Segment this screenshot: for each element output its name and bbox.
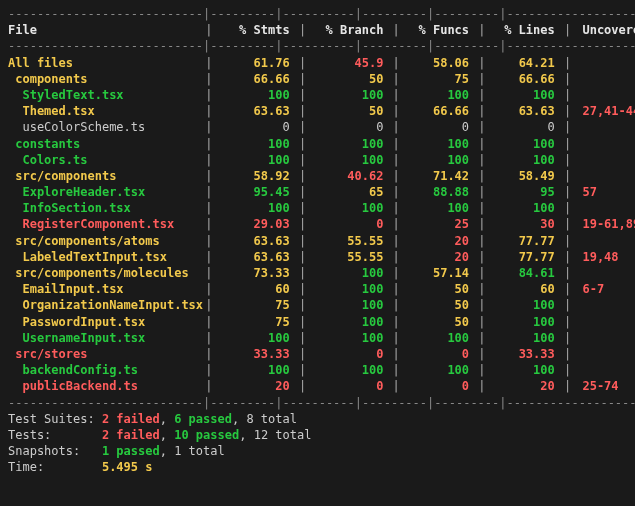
funcs-value: 100 (407, 200, 471, 216)
funcs-value: 100 (407, 152, 471, 168)
tests-passed: 10 passed (174, 428, 239, 442)
lines-value: 77.77 (493, 249, 557, 265)
lines-value: 63.63 (493, 103, 557, 119)
file-name: All files (8, 55, 198, 71)
summary-line: Test Suites: 2 failed, 6 passed, 8 total (8, 411, 627, 427)
branch-value: 100 (313, 265, 385, 281)
funcs-value: 100 (407, 362, 471, 378)
lines-value: 60 (493, 281, 557, 297)
stmts-value: 100 (220, 87, 292, 103)
table-row: Themed.tsx | 63.63 | 50 | 66.66 | 63.63 … (8, 103, 627, 119)
file-name: backendConfig.ts (8, 362, 198, 378)
stmts-value: 60 (220, 281, 292, 297)
file-name: Themed.tsx (8, 103, 198, 119)
header-lines: % Lines (493, 22, 557, 38)
table-row: backendConfig.ts | 100 | 100 | 100 | 100… (8, 362, 627, 378)
header-uncovered: Uncovered Line #s (578, 22, 635, 38)
file-name: OrganizationNameInput.tsx (8, 297, 198, 313)
file-name: InfoSection.tsx (8, 200, 198, 216)
table-row: OrganizationNameInput.tsx | 75 | 100 | 5… (8, 297, 627, 313)
branch-value: 0 (313, 346, 385, 362)
table-row: components | 66.66 | 50 | 75 | 66.66 | (8, 71, 627, 87)
snapshots-total: 1 total (174, 444, 225, 458)
funcs-value: 50 (407, 281, 471, 297)
time-value: 5.495 s (102, 460, 153, 474)
branch-value: 55.55 (313, 249, 385, 265)
lines-value: 100 (493, 362, 557, 378)
header-file: File (8, 22, 198, 38)
suites-failed: 2 failed (102, 412, 160, 426)
lines-value: 30 (493, 216, 557, 232)
file-name: PasswordInput.tsx (8, 314, 198, 330)
table-row: src/stores | 33.33 | 0 | 0 | 33.33 | (8, 346, 627, 362)
funcs-value: 0 (407, 346, 471, 362)
table-row: useColorScheme.ts | 0 | 0 | 0 | 0 | (8, 119, 627, 135)
table-header: File | % Stmts | % Branch | % Funcs | % … (8, 22, 627, 38)
funcs-value: 58.06 (407, 55, 471, 71)
header-funcs: % Funcs (407, 22, 471, 38)
tests-failed: 2 failed (102, 428, 160, 442)
summary-line: Snapshots: 1 passed, 1 total (8, 443, 627, 459)
branch-value: 40.62 (313, 168, 385, 184)
header-branch: % Branch (313, 22, 385, 38)
funcs-value: 0 (407, 119, 471, 135)
stmts-value: 63.63 (220, 233, 292, 249)
funcs-value: 20 (407, 249, 471, 265)
header-stmts: % Stmts (220, 22, 292, 38)
snapshots_label: Snapshots: (8, 444, 102, 458)
stmts-value: 73.33 (220, 265, 292, 281)
branch-value: 0 (313, 378, 385, 394)
branch-value: 100 (313, 200, 385, 216)
suites_label: Test Suites: (8, 412, 102, 426)
funcs-value: 50 (407, 297, 471, 313)
funcs-value: 20 (407, 233, 471, 249)
lines-value: 100 (493, 152, 557, 168)
table-row: EmailInput.tsx | 60 | 100 | 50 | 60 | 6-… (8, 281, 627, 297)
file-name: LabeledTextInput.tsx (8, 249, 198, 265)
branch-value: 100 (313, 136, 385, 152)
file-name: ExploreHeader.tsx (8, 184, 198, 200)
file-name: StyledText.tsx (8, 87, 198, 103)
stmts-value: 100 (220, 152, 292, 168)
table-row: Colors.ts | 100 | 100 | 100 | 100 | (8, 152, 627, 168)
file-name: src/components/atoms (8, 233, 198, 249)
branch-value: 0 (313, 119, 385, 135)
branch-value: 50 (313, 71, 385, 87)
lines-value: 100 (493, 297, 557, 313)
tests_label: Tests: (8, 428, 102, 442)
funcs-value: 100 (407, 330, 471, 346)
table-row: src/components | 58.92 | 40.62 | 71.42 |… (8, 168, 627, 184)
branch-value: 65 (313, 184, 385, 200)
file-name: RegisterComponent.tsx (8, 216, 198, 232)
lines-value: 100 (493, 330, 557, 346)
funcs-value: 75 (407, 71, 471, 87)
file-name: useColorScheme.ts (8, 119, 198, 135)
stmts-value: 29.03 (220, 216, 292, 232)
funcs-value: 88.88 (407, 184, 471, 200)
lines-value: 64.21 (493, 55, 557, 71)
uncovered-value: 25-74 (578, 378, 635, 394)
funcs-value: 66.66 (407, 103, 471, 119)
lines-value: 0 (493, 119, 557, 135)
stmts-value: 100 (220, 362, 292, 378)
branch-value: 55.55 (313, 233, 385, 249)
uncovered-value: 27,41-44 (578, 103, 635, 119)
lines-value: 58.49 (493, 168, 557, 184)
table-divider: ---------------------------|---------|--… (8, 6, 627, 22)
funcs-value: 0 (407, 378, 471, 394)
suites-passed: 6 passed (174, 412, 232, 426)
table-row: publicBackend.ts | 20 | 0 | 0 | 20 | 25-… (8, 378, 627, 394)
table-row: ExploreHeader.tsx | 95.45 | 65 | 88.88 |… (8, 184, 627, 200)
funcs-value: 100 (407, 136, 471, 152)
stmts-value: 75 (220, 314, 292, 330)
lines-value: 66.66 (493, 71, 557, 87)
stmts-value: 75 (220, 297, 292, 313)
table-divider: ---------------------------|---------|--… (8, 395, 627, 411)
table-divider: ---------------------------|---------|--… (8, 38, 627, 54)
branch-value: 45.9 (313, 55, 385, 71)
branch-value: 100 (313, 362, 385, 378)
stmts-value: 61.76 (220, 55, 292, 71)
uncovered-value: 57 (578, 184, 635, 200)
stmts-value: 63.63 (220, 249, 292, 265)
stmts-value: 20 (220, 378, 292, 394)
